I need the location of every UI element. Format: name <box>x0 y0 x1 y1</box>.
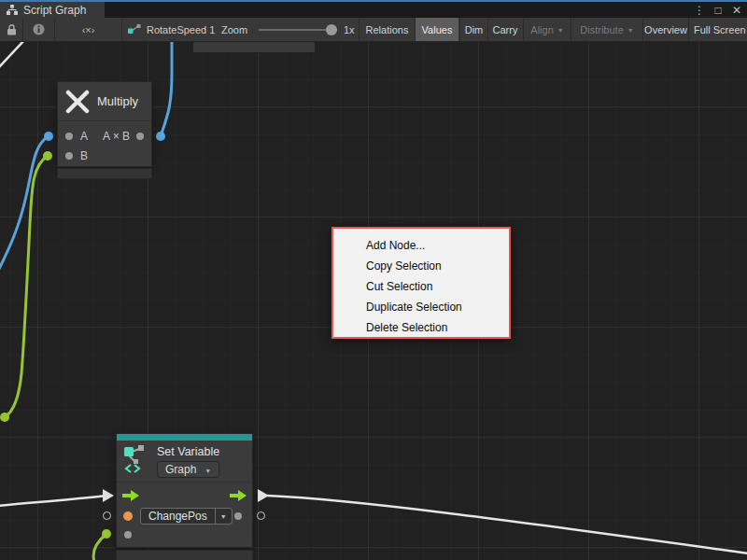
graph-name-label: RotateSpeed 1 <box>147 24 215 35</box>
wire-white-input[interactable] <box>0 496 106 506</box>
port-out-label: A × B <box>103 130 130 143</box>
carry-button[interactable]: Carry <box>488 18 522 41</box>
graph-breadcrumb[interactable]: RotateSpeed 1 <box>128 18 215 41</box>
port-b-label: B <box>80 149 88 162</box>
toolbar-separator <box>359 18 359 41</box>
menu-item-cut-selection[interactable]: Cut Selection <box>333 276 509 297</box>
align-label: Align <box>530 24 553 35</box>
wire-endpoint-green[interactable] <box>102 529 111 539</box>
context-menu: Add Node... Copy Selection Cut Selection… <box>331 227 511 339</box>
output-port-axb[interactable] <box>136 133 144 140</box>
wire-green-short[interactable] <box>93 535 106 560</box>
set-variable-header[interactable]: Set Variable Graph ▼ <box>117 441 252 483</box>
wire-endpoint-blue[interactable] <box>44 132 53 141</box>
fullscreen-button[interactable]: Full Screen <box>689 18 747 41</box>
zoom-value: 1x <box>344 18 355 41</box>
value-input-port[interactable] <box>124 531 132 539</box>
distribute-label: Distribute <box>580 24 623 35</box>
dim-button[interactable]: Dim <box>460 18 487 41</box>
flow-in-triangle[interactable] <box>103 489 114 502</box>
multiply-icon <box>65 90 90 114</box>
input-port-a[interactable] <box>65 133 73 140</box>
scope-label: Graph <box>165 463 196 476</box>
zoom-label: Zoom <box>221 18 247 41</box>
multiply-node-body: A A × B B <box>58 121 151 166</box>
wire-white-output[interactable] <box>267 496 747 553</box>
set-variable-body: ChangePos ▼ <box>117 483 252 547</box>
code-view-icon: ‹×› <box>82 24 95 35</box>
port-row-b: B <box>58 146 151 165</box>
distribute-dropdown[interactable]: Distribute ▼ <box>571 18 642 41</box>
script-graph-window: Script Graph ⋮ □ ✕ ‹×› <box>0 0 747 560</box>
info-icon <box>33 23 45 35</box>
variable-name-label: ChangePos <box>141 510 215 523</box>
menu-item-duplicate-selection[interactable]: Duplicate Selection <box>333 297 509 317</box>
info-button[interactable] <box>23 18 54 41</box>
flow-in-arrow[interactable] <box>122 490 139 501</box>
port-row-a: A A × B <box>58 126 151 146</box>
wire-endpoint-blue[interactable] <box>156 132 165 141</box>
variable-scope-dropdown[interactable]: Graph ▼ <box>157 461 219 478</box>
variable-name-dropdown[interactable]: ChangePos ▼ <box>140 508 233 525</box>
values-button[interactable]: Values <box>416 18 458 41</box>
close-icon[interactable]: ✕ <box>730 4 743 17</box>
window-controls: ⋮ □ ✕ <box>693 2 743 18</box>
set-variable-footer <box>117 551 252 560</box>
set-variable-node[interactable]: Set Variable Graph ▼ <box>117 434 252 560</box>
variable-input-port[interactable] <box>123 511 133 521</box>
chevron-down-icon: ▼ <box>204 468 211 474</box>
empty-port-ring-right[interactable] <box>257 511 265 520</box>
relations-button[interactable]: Relations <box>360 18 414 41</box>
set-variable-accent-bar <box>117 434 252 441</box>
multiply-node[interactable]: Multiply A A × B B <box>58 82 151 178</box>
lock-icon <box>7 24 17 35</box>
align-dropdown[interactable]: Align ▼ <box>524 18 571 41</box>
graph-canvas[interactable]: Multiply A A × B B <box>0 42 747 560</box>
chevron-down-icon: ▼ <box>557 27 564 34</box>
graph-tab-icon <box>7 5 18 15</box>
wire-blue-output[interactable] <box>161 42 172 136</box>
multiply-node-footer <box>58 169 151 178</box>
wire-endpoint-green[interactable] <box>43 151 52 161</box>
toolbar-separator <box>121 18 122 41</box>
variable-output-port[interactable] <box>234 512 242 520</box>
more-menu-icon[interactable]: ⋮ <box>693 4 706 17</box>
tab-script-graph[interactable]: Script Graph <box>0 2 105 18</box>
clipped-node[interactable] <box>193 42 315 52</box>
menu-item-add-node[interactable]: Add Node... <box>333 235 509 256</box>
flow-out-arrow[interactable] <box>230 490 247 501</box>
empty-port-ring-left[interactable] <box>103 511 111 520</box>
menu-item-copy-selection[interactable]: Copy Selection <box>333 256 509 276</box>
graph-node-icon <box>128 24 141 35</box>
chevron-down-icon[interactable]: ▼ <box>215 509 232 524</box>
flow-out-triangle[interactable] <box>258 489 269 502</box>
menu-item-delete-selection[interactable]: Delete Selection <box>333 317 509 338</box>
port-a-label: A <box>80 130 88 143</box>
input-port-b[interactable] <box>65 152 73 160</box>
multiply-node-header[interactable]: Multiply <box>58 82 151 121</box>
set-variable-icon <box>124 445 148 473</box>
wire-blue-input[interactable] <box>0 136 49 278</box>
titlebar: Script Graph ⋮ □ ✕ <box>0 0 747 18</box>
maximize-icon[interactable]: □ <box>712 4 725 17</box>
multiply-node-title: Multiply <box>97 94 138 108</box>
focus-accent-line <box>0 0 747 2</box>
zoom-slider-knob[interactable] <box>326 24 337 35</box>
tab-label: Script Graph <box>23 4 86 17</box>
chevron-down-icon: ▼ <box>627 27 634 34</box>
code-view-button[interactable]: ‹×› <box>55 18 121 41</box>
set-variable-title: Set Variable <box>157 445 219 458</box>
overview-button[interactable]: Overview <box>643 18 688 41</box>
wire-white-topleft[interactable] <box>0 42 25 68</box>
wire-endpoint-green[interactable] <box>0 413 9 422</box>
toolbar: ‹×› RotateSpeed 1 Zoom 1x Relations Valu… <box>0 18 747 42</box>
lock-button[interactable] <box>0 18 22 41</box>
